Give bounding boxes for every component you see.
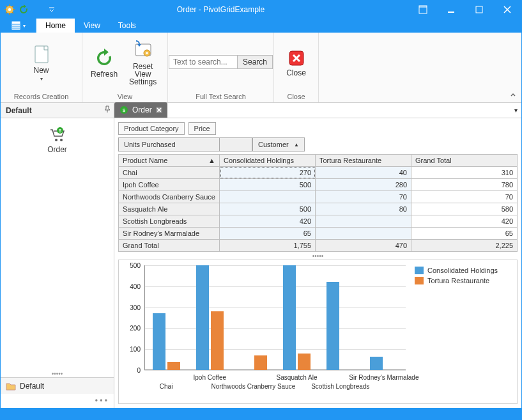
maximize-button[interactable] [465, 1, 493, 19]
tab-view[interactable]: View [75, 19, 109, 33]
tab-close-icon[interactable] [156, 107, 162, 113]
close-view-button[interactable]: Close [280, 47, 312, 77]
svg-rect-11 [419, 6, 427, 8]
sidebar-header: Default [6, 106, 32, 115]
col-header-grand-total[interactable]: Grand Total [411, 155, 518, 167]
sidebar-item-order[interactable]: $ Order [1, 118, 114, 154]
close-button[interactable] [493, 1, 521, 19]
chevron-down-icon: ▾ [40, 76, 43, 82]
refresh-button[interactable]: Refresh [89, 45, 119, 78]
refresh-label: Refresh [91, 70, 118, 78]
chart: 0100200300400500ChaiIpoh CoffeeNorthwood… [118, 260, 518, 404]
row-field-product-name[interactable]: Product Name▲ [119, 155, 220, 167]
legend-item: Consolidated Holdings [415, 267, 510, 274]
gear-icon[interactable] [4, 4, 15, 15]
close-label: Close [286, 69, 306, 77]
col-header[interactable]: Tortura Restaurante [316, 155, 411, 167]
minimize-button[interactable] [437, 1, 465, 19]
sidebar-item-label: Order [47, 145, 67, 154]
search-input[interactable] [169, 56, 237, 68]
new-label: New [33, 66, 49, 74]
customer-field-label: Customer [258, 141, 289, 148]
filter-price[interactable]: Price [188, 122, 216, 135]
data-field-spacer [219, 137, 252, 152]
filter-product-category[interactable]: Product Category [118, 122, 185, 135]
reset-view-settings-button[interactable]: Reset View Settings [125, 38, 161, 86]
sidebar-more-icon[interactable]: • • • [1, 394, 114, 408]
group-full-text-search: Full Text Search [168, 91, 273, 102]
table-row[interactable]: Ipoh Coffee 500 280 780 [119, 179, 518, 191]
sidebar-footer-default[interactable]: Default [1, 377, 114, 394]
qat-dropdown-icon[interactable] [49, 6, 55, 12]
data-field-units-purchased[interactable]: Units Purchased [118, 137, 219, 152]
sort-asc-icon: ▲ [208, 157, 215, 164]
window-overlay-button[interactable] [409, 1, 437, 19]
collapse-ribbon-icon[interactable] [509, 91, 518, 100]
pin-icon[interactable] [104, 105, 111, 115]
svg-line-6 [6, 6, 7, 7]
sidebar-splitter-icon[interactable]: ••••• [1, 369, 114, 377]
svg-text:$: $ [123, 107, 126, 113]
svg-line-8 [12, 6, 13, 7]
svg-text:$: $ [59, 128, 61, 133]
cart-icon: $ [49, 127, 66, 143]
svg-point-24 [60, 139, 63, 141]
window-title: Order - PivotGridExample [33, 5, 409, 14]
tab-menu-icon[interactable]: ▾ [514, 107, 518, 114]
group-records-creation: Records Creation [1, 91, 82, 102]
tab-tools[interactable]: Tools [109, 19, 145, 33]
svg-line-7 [12, 12, 13, 13]
svg-point-23 [55, 139, 58, 141]
status-bar [1, 408, 521, 419]
pivot-grid[interactable]: Product Name▲ Consolidated Holdings Tort… [118, 154, 518, 252]
document-tab-order[interactable]: $ Order [114, 102, 167, 118]
table-row[interactable]: Sir Rodney's Marmalade 65 65 [119, 228, 518, 240]
new-button[interactable]: New ▾ [24, 42, 59, 82]
search-button[interactable]: Search [237, 56, 272, 68]
folder-icon [6, 382, 16, 391]
group-view: View [82, 91, 167, 102]
group-close: Close [274, 91, 318, 102]
sidebar-footer-label: Default [20, 382, 44, 391]
svg-point-21 [146, 52, 148, 54]
col-header[interactable]: Consolidated Holdings [220, 155, 316, 167]
column-field-customer[interactable]: Customer▲ [252, 137, 305, 152]
svg-rect-12 [448, 12, 454, 13]
refresh-qat-icon[interactable] [19, 4, 29, 15]
tab-home[interactable]: Home [36, 19, 75, 33]
table-row[interactable]: Northwoods Cranberry Sauce 70 70 [119, 191, 518, 203]
svg-rect-13 [476, 6, 482, 13]
view-switch-menu[interactable]: ▾ [1, 19, 36, 33]
legend-item: Tortura Restaurante [415, 277, 510, 284]
reset-view-label: Reset View Settings [125, 63, 161, 86]
svg-line-9 [6, 12, 7, 13]
table-row[interactable]: Sasquatch Ale 500 80 580 [119, 203, 518, 215]
document-tab-label: Order [132, 105, 152, 114]
table-row[interactable]: Chai 270 40 310 [119, 167, 518, 179]
svg-rect-18 [35, 46, 48, 63]
horizontal-splitter-icon[interactable]: ••••• [114, 252, 521, 260]
table-row-grand-total[interactable]: Grand Total1,7554702,225 [119, 240, 518, 252]
svg-point-1 [8, 8, 11, 11]
order-doc-icon: $ [119, 105, 128, 114]
sort-asc-icon: ▲ [294, 142, 299, 148]
table-row[interactable]: Scottish Longbreads 420 420 [119, 215, 518, 228]
